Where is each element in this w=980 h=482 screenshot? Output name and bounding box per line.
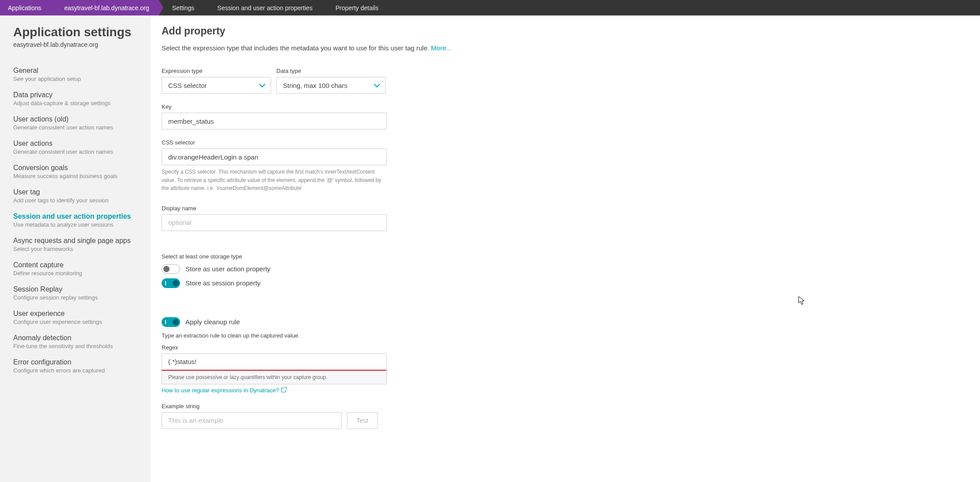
display-name-label: Display name (162, 205, 962, 212)
sidebar-item-title: Content capture (13, 261, 137, 269)
key-label: Key (162, 103, 962, 110)
sidebar-item-desc: Use metadata to analyze user sessions (13, 221, 137, 228)
breadcrumb-property-details[interactable]: Property details (322, 0, 388, 15)
sidebar-item-desc: Generate consistent user action names (13, 148, 137, 155)
sidebar-item-session-props[interactable]: Session and user action propertiesUse me… (0, 208, 151, 232)
sidebar-item-desc: Generate consistent user action names (13, 124, 137, 131)
toggle-session-property[interactable] (162, 278, 180, 288)
expression-type-select[interactable]: CSS selector (162, 77, 271, 94)
data-type-label: Data type (276, 68, 386, 74)
sidebar-item-title: User experience (13, 310, 137, 318)
css-selector-input[interactable] (168, 149, 380, 165)
data-type-value: String, max 100 chars (283, 82, 347, 89)
toggle-user-action-property[interactable] (162, 264, 180, 274)
key-input-wrap (162, 113, 387, 129)
page-title: Add property (162, 25, 962, 37)
toggle-session-label: Store as session property (185, 279, 260, 287)
css-selector-help: Specify a CSS selector. This mechanism w… (162, 168, 387, 193)
sidebar-item-title: Conversion goals (13, 164, 137, 172)
css-selector-label: CSS selector (162, 139, 962, 146)
sidebar-item-user-experience[interactable]: User experienceConfigure user experience… (0, 305, 151, 330)
sidebar-item-desc: Select your frameworks (13, 246, 137, 252)
sidebar-item-desc: Fine-tune the sensitivity and thresholds (13, 343, 137, 349)
sidebar-item-general[interactable]: GeneralSee your application setup (0, 62, 151, 87)
test-button[interactable]: Test (347, 412, 378, 429)
css-selector-input-wrap (162, 148, 387, 165)
page-description: Select the expression type that includes… (162, 44, 962, 52)
sidebar-item-title: Session Replay (13, 285, 137, 293)
sidebar-item-title: General (13, 67, 137, 75)
sidebar-item-error-config[interactable]: Error configurationConfigure which error… (0, 354, 151, 378)
regex-error-message: Please use possessive or lazy quantifier… (162, 371, 386, 384)
example-input-wrap (162, 412, 342, 429)
breadcrumb: Applicationseasytravel-bf.lab.dynatrace.… (0, 0, 980, 15)
sidebar-item-conversion-goals[interactable]: Conversion goalsMeasure success against … (0, 159, 151, 184)
sidebar-item-title: Error configuration (13, 358, 137, 366)
sidebar-item-user-actions-old[interactable]: User actions (old)Generate consistent us… (0, 111, 151, 135)
chevron-down-icon (374, 81, 380, 87)
sidebar-item-anomaly[interactable]: Anomaly detectionFine-tune the sensitivi… (0, 330, 151, 354)
storage-type-label: Select at least one storage type (162, 253, 962, 260)
sidebar-item-user-actions[interactable]: User actionsGenerate consistent user act… (0, 135, 151, 159)
page-description-text: Select the expression type that includes… (162, 44, 431, 52)
breadcrumb-applications[interactable]: Applications (0, 0, 51, 15)
sidebar: Application settings easytravel-bf.lab.d… (0, 15, 151, 482)
regex-label: Regex (162, 344, 962, 351)
sidebar-item-desc: Adjust data-capture & storage settings (13, 100, 137, 106)
regex-input-wrap: Please use possessive or lazy quantifier… (162, 353, 387, 384)
regex-input[interactable] (168, 358, 380, 365)
sidebar-list: GeneralSee your application setupData pr… (0, 56, 151, 378)
sidebar-item-title: User tag (13, 188, 137, 196)
sidebar-title: Application settings (13, 25, 137, 39)
toggle-user-action-label: Store as user action property (185, 265, 271, 273)
more-link[interactable]: More... (431, 44, 452, 52)
cleanup-desc: Type an extraction rule to clean up the … (162, 332, 962, 339)
display-name-input-wrap (162, 214, 387, 231)
sidebar-item-desc: Add user tags to identify your session (13, 197, 137, 204)
toggle-cleanup-rule[interactable] (162, 317, 180, 327)
sidebar-item-desc: Measure success against business goals (13, 173, 137, 179)
sidebar-item-title: User actions (13, 140, 137, 148)
breadcrumb-settings[interactable]: Settings (159, 0, 204, 15)
example-input[interactable] (168, 413, 335, 429)
sidebar-item-desc: See your application setup (13, 76, 137, 82)
sidebar-item-desc: Define resource monitoring (13, 270, 137, 277)
sidebar-item-session-replay[interactable]: Session ReplayConfigure session replay s… (0, 281, 151, 305)
chevron-down-icon (259, 81, 265, 87)
key-input[interactable] (168, 113, 380, 129)
data-type-select[interactable]: String, max 100 chars (276, 77, 386, 94)
external-link-icon (281, 388, 286, 392)
example-label: Example string (162, 403, 200, 410)
sidebar-item-async[interactable]: Async requests and single page appsSelec… (0, 232, 151, 257)
regex-help-text: How to use regular expressions in Dynatr… (162, 387, 279, 394)
sidebar-item-desc: Configure which errors are captured (13, 367, 137, 374)
sidebar-item-title: User actions (old) (13, 115, 137, 123)
display-name-input[interactable] (168, 215, 380, 231)
expression-type-value: CSS selector (168, 82, 207, 89)
sidebar-item-user-tag[interactable]: User tagAdd user tags to identify your s… (0, 184, 151, 208)
main-content: Add property Select the expression type … (151, 15, 980, 482)
regex-help-link[interactable]: How to use regular expressions in Dynatr… (162, 387, 962, 394)
breadcrumb-app[interactable]: easytravel-bf.lab.dynatrace.org (51, 0, 159, 15)
sidebar-item-title: Session and user action properties (13, 213, 137, 220)
sidebar-item-data-privacy[interactable]: Data privacyAdjust data-capture & storag… (0, 87, 151, 111)
sidebar-item-title: Anomaly detection (13, 334, 137, 342)
sidebar-subtitle: easytravel-bf.lab.dynatrace.org (13, 41, 137, 48)
sidebar-item-title: Async requests and single page apps (13, 237, 137, 245)
sidebar-item-title: Data privacy (13, 91, 137, 99)
sidebar-item-desc: Configure user experience settings (13, 319, 137, 325)
toggle-cleanup-label: Apply cleanup rule (185, 318, 240, 326)
sidebar-item-content-capture[interactable]: Content captureDefine resource monitorin… (0, 257, 151, 281)
sidebar-item-desc: Configure session replay settings (13, 294, 137, 301)
expression-type-label: Expression type (162, 68, 271, 74)
breadcrumb-session-props[interactable]: Session and user action properties (204, 0, 322, 15)
